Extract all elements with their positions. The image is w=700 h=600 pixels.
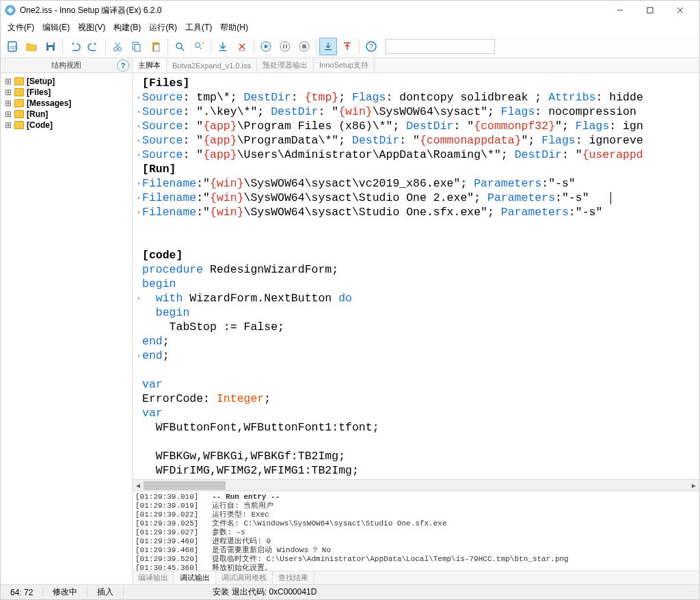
help-button[interactable]: ? [362,38,380,55]
structure-tree[interactable]: ⊞[Setup]⊞[Files]⊞[Messages]⊞[Run]⊞[Code] [1,73,132,584]
code-line[interactable]: begin [135,277,699,291]
menu-run[interactable]: 运行(R) [145,21,181,35]
minimize-button[interactable] [605,1,635,20]
output-panel[interactable]: [01:29:39.010] -- Run entry --[01:29:39.… [133,491,699,571]
code-line[interactable]: ·Filename:"{win}\SysWOW64\sysact\Studio … [135,191,699,205]
code-line[interactable]: var [135,406,699,420]
scroll-thumb[interactable] [144,481,226,490]
code-line[interactable]: ·Source: "{app}\Program Files (x86)\*"; … [135,119,699,133]
code-line[interactable]: [Files] [135,76,699,90]
code-line[interactable] [135,363,699,377]
menu-view[interactable]: 视图(V) [74,21,109,35]
expand-icon[interactable]: ⊞ [5,120,12,130]
svg-rect-33 [344,42,351,44]
copy-button[interactable] [128,38,146,55]
editor-tab[interactable]: Botva2Expand_v1.0.iss [167,60,257,71]
app-window: One2.iss - Inno Setup 编译器(Ex) 6.2.0 文件(F… [0,0,700,600]
folder-icon [14,99,24,107]
folder-icon [14,121,24,129]
save-button[interactable] [42,38,59,55]
editor-tab[interactable]: 预处理器输出 [257,59,314,72]
output-line: [01:29:39.010] -- Run entry -- [135,493,697,502]
editor-tab[interactable]: 主脚本 [133,59,167,72]
svg-line-13 [115,42,120,48]
code-line[interactable]: · with WizardForm.NextButton do [135,291,699,305]
cut-button[interactable] [109,38,126,55]
editor-tab[interactable]: InnoSetup支持 [314,59,375,72]
output-tab[interactable]: 查找结果 [273,571,314,584]
code-line[interactable]: ·Filename:"{win}\SysWOW64\sysact\Studio … [135,205,699,219]
code-line[interactable]: WFBKGw,WFBKGi,WFBKGf:TB2Img; [135,449,699,463]
stop-compile-button[interactable] [233,38,251,55]
status-cursor-pos: 64: 72 [1,588,43,597]
code-line[interactable]: begin [135,305,699,320]
stop-button[interactable] [295,38,313,55]
expand-icon[interactable]: ⊞ [5,77,12,86]
output-tab[interactable]: 调试调用堆栈 [216,571,273,584]
folder-icon [14,88,24,96]
tree-item[interactable]: ⊞[Setup] [2,76,131,87]
code-line[interactable]: ·Filename:"{win}\SysWOW64\sysact\vc2019_… [135,176,699,191]
code-editor[interactable]: [Files]·Source: tmp\*; DestDir: {tmp}; F… [133,73,699,479]
code-line[interactable]: var [135,377,699,392]
maximize-button[interactable] [635,1,665,20]
menu-build[interactable]: 构建(B) [109,21,145,35]
tree-item[interactable]: ⊞[Messages] [2,98,131,109]
code-line[interactable]: WFButtonFont,WFButtonFont1:tfont; [135,420,699,435]
status-insert-mode: 插入 [88,586,124,598]
editor-hscrollbar[interactable]: ◄ ► [133,479,699,491]
tree-item[interactable]: ⊞[Files] [2,87,131,98]
expand-icon[interactable]: ⊞ [5,109,12,119]
output-tab[interactable]: 调试输出 [174,571,216,584]
code-line[interactable]: ·Source: "{app}\Users\Administrator\AppD… [135,148,699,162]
code-line[interactable]: procedure RedesignWizardForm; [135,262,699,277]
output-tab[interactable]: 编译输出 [133,571,174,584]
menu-help[interactable]: 帮助(H) [216,21,252,35]
code-line[interactable]: TabStop := False; [135,320,699,334]
open-button[interactable] [23,38,40,55]
undo-button[interactable] [66,38,83,55]
code-line[interactable]: WFDirIMG,WFIMG2,WFIMG1:TB2Img; [135,463,699,478]
svg-rect-32 [325,49,332,51]
code-line[interactable]: ErrorCode: Integer; [135,392,699,406]
toolbar-search-input[interactable] [386,39,495,54]
tree-item-label: [Setup] [27,77,55,86]
close-button[interactable] [665,1,695,20]
code-line[interactable]: end; [135,334,699,349]
code-line[interactable]: ·Source: tmp\*; DestDir: {tmp}; Flags: d… [135,90,699,105]
status-message: 安装 退出代码: 0xC000041D [124,586,699,598]
step-into-button[interactable] [319,38,337,55]
output-line: [01:29:39.022] 运行类型: Exec [135,510,697,519]
scroll-right-icon[interactable]: ► [688,480,699,491]
run-button[interactable] [257,38,275,55]
code-line[interactable] [135,234,699,248]
code-line[interactable] [135,219,699,234]
compile-button[interactable] [214,38,232,55]
menu-tools[interactable]: 工具(T) [181,21,216,35]
find-button[interactable] [171,38,189,55]
expand-icon[interactable]: ⊞ [5,98,12,108]
new-file-button[interactable]: ISS [3,38,21,55]
tree-item-label: [Run] [27,109,48,119]
toolbar: ISS ? [1,35,699,58]
scroll-left-icon[interactable]: ◄ [133,480,144,491]
menu-file[interactable]: 文件(F) [3,21,38,35]
code-line[interactable]: ·end; [135,349,699,363]
paste-button[interactable] [147,38,165,55]
pause-button[interactable] [276,38,294,55]
code-line[interactable] [135,435,699,449]
expand-icon[interactable]: ⊞ [5,87,12,97]
tree-item[interactable]: ⊞[Code] [2,120,131,131]
code-line[interactable]: ·Source: "{app}\ProgramData\*"; DestDir:… [135,133,699,148]
step-over-button[interactable] [338,38,356,55]
tree-item[interactable]: ⊞[Run] [2,109,131,120]
code-line[interactable]: [Run] [135,162,699,176]
code-line[interactable]: ·Source: ".\key\*"; DestDir: "{win}\SysW… [135,105,699,119]
replace-button[interactable] [190,38,208,55]
redo-button[interactable] [85,38,103,55]
menu-edit[interactable]: 编辑(E) [38,21,74,35]
code-line[interactable]: [code] [135,248,699,262]
tree-item-label: [Code] [27,120,53,130]
sidebar-help-icon[interactable]: ? [117,59,129,72]
title-bar[interactable]: One2.iss - Inno Setup 编译器(Ex) 6.2.0 [1,1,699,20]
